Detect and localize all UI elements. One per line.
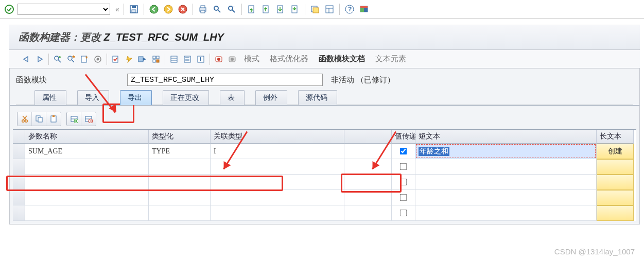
- cell-passval[interactable]: [392, 175, 415, 190]
- cell-shorttext[interactable]: [415, 159, 597, 175]
- cell-assoc[interactable]: [211, 159, 344, 175]
- mode-button[interactable]: 模式: [240, 53, 264, 65]
- other-object-icon[interactable]: ★: [65, 54, 77, 65]
- cell-passval[interactable]: [392, 205, 415, 221]
- col-spacer: [344, 130, 392, 144]
- where-used-icon[interactable]: [150, 54, 162, 65]
- find-icon[interactable]: [212, 4, 223, 15]
- cell-passval[interactable]: [392, 190, 415, 205]
- module-doc-button[interactable]: 函数模块文档: [315, 53, 369, 65]
- long-text-button[interactable]: [597, 205, 634, 221]
- row-selector[interactable]: [13, 175, 25, 190]
- next-page-icon[interactable]: [275, 4, 286, 15]
- insert-row-icon[interactable]: [67, 112, 81, 126]
- row-selector[interactable]: [13, 159, 25, 175]
- row-selector[interactable]: [13, 144, 25, 159]
- cell-param[interactable]: [25, 159, 149, 175]
- col-typing[interactable]: 类型化: [149, 130, 211, 144]
- cell-shorttext[interactable]: [415, 205, 597, 221]
- title-bar: 函数构建器：更改 Z_TEST_RFC_SUM_LHY: [9, 25, 640, 50]
- cell-typing[interactable]: [149, 205, 211, 221]
- long-text-button[interactable]: 创建: [597, 144, 634, 159]
- row-selector[interactable]: [13, 190, 25, 205]
- tab-attributes[interactable]: 属性: [34, 90, 66, 105]
- copy-icon[interactable]: [32, 112, 46, 126]
- info-icon[interactable]: i: [195, 54, 206, 65]
- col-short[interactable]: 短文本: [415, 130, 597, 144]
- first-page-icon[interactable]: [246, 4, 257, 15]
- find-next-icon[interactable]: +: [226, 4, 237, 15]
- cell-shorttext[interactable]: [415, 175, 597, 190]
- activate2-icon[interactable]: [124, 54, 135, 65]
- cell-typing[interactable]: [149, 175, 211, 190]
- tab-tables[interactable]: 表: [220, 90, 245, 105]
- passval-checkbox[interactable]: [400, 163, 407, 170]
- long-text-button[interactable]: [597, 159, 634, 175]
- passval-checkbox[interactable]: [400, 148, 407, 155]
- breakpoint-user-icon[interactable]: [227, 54, 238, 65]
- tab-import[interactable]: 导入: [77, 90, 109, 105]
- chevron-left-icon[interactable]: «: [113, 5, 119, 13]
- cell-param[interactable]: [25, 205, 149, 221]
- cut-icon[interactable]: [18, 112, 32, 126]
- check-icon[interactable]: [110, 54, 121, 65]
- long-text-button[interactable]: [597, 175, 634, 190]
- svg-rect-27: [360, 6, 368, 8]
- cell-assoc[interactable]: I: [211, 144, 344, 159]
- create-icon[interactable]: ✶: [79, 54, 90, 65]
- tab-exceptions[interactable]: 例外: [255, 90, 287, 105]
- col-param[interactable]: 参数名称: [25, 130, 149, 144]
- cell-typing[interactable]: [149, 190, 211, 205]
- row-selector[interactable]: [13, 205, 25, 221]
- cell-shorttext[interactable]: [415, 190, 597, 205]
- layout-icon[interactable]: [324, 4, 335, 15]
- cell-param[interactable]: SUM_AGE: [25, 144, 149, 159]
- cell-param[interactable]: [25, 190, 149, 205]
- cell-shorttext[interactable]: 年龄之和: [415, 144, 597, 159]
- prev-page-icon[interactable]: [260, 4, 272, 15]
- execute-icon[interactable]: [137, 54, 148, 65]
- back-icon[interactable]: [148, 4, 160, 15]
- tab-source[interactable]: 源代码: [298, 90, 337, 105]
- new-session-icon[interactable]: [309, 4, 321, 15]
- nav-forward-icon[interactable]: [34, 54, 45, 65]
- cell-passval[interactable]: [392, 144, 415, 159]
- print-icon[interactable]: [197, 4, 208, 15]
- text-elements-button[interactable]: 文本元素: [371, 53, 410, 65]
- nav-back-icon[interactable]: [21, 54, 32, 65]
- tab-changing[interactable]: 正在更改: [163, 90, 209, 105]
- cell-assoc[interactable]: [211, 190, 344, 205]
- save-icon[interactable]: [128, 4, 140, 15]
- help-icon[interactable]: ?: [344, 4, 355, 15]
- delete-row-icon[interactable]: [81, 112, 96, 126]
- svg-point-12: [229, 6, 233, 10]
- command-field[interactable]: [18, 4, 110, 15]
- cell-typing[interactable]: [149, 159, 211, 175]
- passval-checkbox[interactable]: [400, 194, 407, 201]
- cell-passval[interactable]: [392, 159, 415, 175]
- paste-icon[interactable]: [46, 112, 61, 126]
- passval-checkbox[interactable]: [400, 179, 407, 186]
- module-name-input[interactable]: [127, 74, 323, 86]
- cell-param[interactable]: [25, 175, 149, 190]
- long-text-button[interactable]: [597, 190, 634, 205]
- formatter-button[interactable]: 格式优化器: [266, 53, 312, 65]
- cell-assoc[interactable]: [211, 205, 344, 221]
- cell-assoc[interactable]: [211, 175, 344, 190]
- exit-icon[interactable]: [163, 4, 174, 15]
- object-list-icon[interactable]: [168, 54, 180, 65]
- passval-checkbox[interactable]: [400, 210, 407, 217]
- activate-icon[interactable]: [92, 54, 103, 65]
- tab-export[interactable]: 导出: [120, 90, 152, 105]
- last-page-icon[interactable]: [289, 4, 301, 15]
- col-assoc[interactable]: 关联类型: [211, 130, 344, 144]
- nav-stack-icon[interactable]: [182, 54, 193, 65]
- ok-icon[interactable]: [4, 4, 14, 14]
- col-passval[interactable]: 值传递: [392, 130, 415, 144]
- cancel-icon[interactable]: [177, 4, 188, 15]
- breakpoint-icon[interactable]: [213, 54, 224, 65]
- display-object-icon[interactable]: [52, 54, 63, 65]
- customize-icon[interactable]: [358, 4, 370, 15]
- cell-typing[interactable]: TYPE: [149, 144, 211, 159]
- col-long[interactable]: 长文本: [597, 130, 634, 144]
